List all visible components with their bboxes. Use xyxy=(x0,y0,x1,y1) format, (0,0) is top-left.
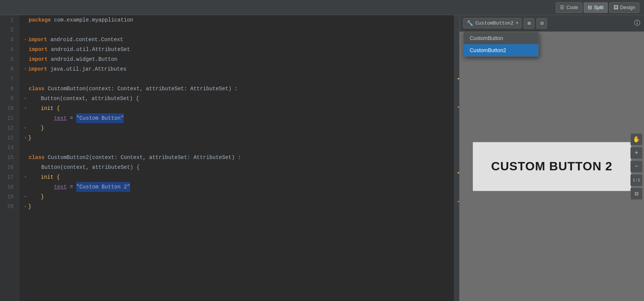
move-component-button[interactable]: ⊟ xyxy=(536,18,547,29)
token-curly: } xyxy=(28,133,31,143)
code-line: ▾} xyxy=(20,133,454,143)
design-icon: 🖼 xyxy=(613,5,618,10)
line-number: 18 xyxy=(0,182,17,192)
token-text-property[interactable]: text xyxy=(54,113,67,123)
code-line xyxy=(20,143,454,153)
token-kw-import: import xyxy=(29,54,51,64)
code-line: ▾ Button(context, attributeSet) { xyxy=(20,94,454,103)
fold-marker-icon[interactable]: ▾ xyxy=(24,192,27,202)
line-number: 17 xyxy=(0,172,17,182)
code-line xyxy=(20,25,454,35)
code-line xyxy=(20,74,454,84)
token-curly: } xyxy=(41,123,44,133)
minus-icon: − xyxy=(635,163,638,170)
token-text-normal xyxy=(28,103,41,113)
code-line: package com.example.myapplication xyxy=(20,15,454,25)
code-line: ▾import android.content.Context xyxy=(20,35,454,45)
line-numbers: 1234567891011121314151617181920 xyxy=(0,15,20,301)
code-line: text = "Custom Button" xyxy=(20,113,454,123)
fold-marker-icon[interactable]: ▾ xyxy=(24,35,27,45)
component-selector[interactable]: 🔧 CustomButton2 ▼ xyxy=(463,18,521,28)
token-curly: { xyxy=(57,103,60,113)
token-text-normal: Button(context, attributeSet) { xyxy=(28,94,139,103)
line-number: 12 xyxy=(0,123,17,133)
code-content[interactable]: package com.example.myapplication▾import… xyxy=(20,15,454,301)
zoom-reset-button[interactable]: 1:1 xyxy=(630,174,642,186)
code-line: import android.util.AttributeSet xyxy=(20,45,454,54)
zoom-in-button[interactable]: + xyxy=(630,147,642,159)
component-header: 🔧 CustomButton2 ▼ ⊞ ⊟ ⓘ xyxy=(460,15,644,32)
right-panel: 🔧 CustomButton2 ▼ ⊞ ⊟ ⓘ CustomButtonCust… xyxy=(459,15,644,301)
design-label: Design xyxy=(620,5,635,10)
warning-button[interactable]: ⓘ xyxy=(634,19,640,27)
token-kw-init: init xyxy=(41,103,57,113)
fold-marker-icon[interactable]: ▾ xyxy=(24,64,27,74)
hand-tool-button[interactable]: ✋ xyxy=(630,133,642,145)
code-panel: 1234567891011121314151617181920 package … xyxy=(0,15,459,301)
fold-marker-icon[interactable]: ▾ xyxy=(24,123,27,133)
code-line: text = "Custom Button 2" xyxy=(20,182,454,192)
code-line: ▾ } xyxy=(20,192,454,202)
split-view-button[interactable]: ⊟ Split xyxy=(584,2,607,13)
line-number: 4 xyxy=(0,45,17,54)
line-number: 20 xyxy=(0,202,17,211)
component-name: CustomButton2 xyxy=(475,20,513,26)
fit-icon: ⊡ xyxy=(635,190,638,198)
token-text-normal: CustomButton2(context: Context, attribut… xyxy=(48,153,241,162)
token-text-normal: = xyxy=(67,182,76,192)
code-line: ▾ init { xyxy=(20,103,454,113)
line-number: 1 xyxy=(0,15,17,25)
token-kw-import: import xyxy=(28,64,51,74)
token-text-normal xyxy=(28,192,41,202)
fold-marker-icon[interactable]: ▾ xyxy=(24,103,27,113)
line-number: 10 xyxy=(0,103,17,113)
token-text-normal: android.util.AttributeSet xyxy=(51,45,130,54)
zoom-out-button[interactable]: − xyxy=(630,161,642,173)
line-number: 8 xyxy=(0,84,17,94)
token-kw-class: class xyxy=(29,153,48,162)
fold-marker-icon[interactable]: ▾ xyxy=(24,94,27,103)
code-line: class CustomButton(context: Context, att… xyxy=(20,84,454,94)
code-line: class CustomButton2(context: Context, at… xyxy=(20,153,454,162)
token-text-normal xyxy=(28,123,41,133)
token-text-normal: android.content.Context xyxy=(50,35,123,45)
token-text-property[interactable]: text xyxy=(54,182,67,192)
fold-marker-icon[interactable]: ▾ xyxy=(24,202,27,211)
dropdown-item[interactable]: CustomButton xyxy=(464,32,538,44)
line-number: 3 xyxy=(0,35,17,45)
code-view-button[interactable]: ☰ Code xyxy=(556,2,582,13)
line-number: 7 xyxy=(0,74,17,84)
token-text-normal: Button(context, attributeSet) { xyxy=(29,162,140,172)
add-component-button[interactable]: ⊞ xyxy=(524,18,534,29)
line-number: 19 xyxy=(0,192,17,202)
token-kw-import: import xyxy=(28,35,51,45)
token-curly: { xyxy=(57,172,60,182)
code-line: ▾} xyxy=(20,202,454,211)
split-label: Split xyxy=(594,5,603,10)
plus-icon: + xyxy=(635,150,638,156)
line-number: 13 xyxy=(0,133,17,143)
token-curly: } xyxy=(28,202,31,211)
token-kw-init: init xyxy=(41,172,57,182)
fit-screen-button[interactable]: ⊡ xyxy=(630,188,642,200)
design-view-button[interactable]: 🖼 Design xyxy=(609,2,639,13)
line-number: 16 xyxy=(0,162,17,172)
line-number: 5 xyxy=(0,54,17,64)
top-toolbar: ☰ Code ⊟ Split 🖼 Design xyxy=(0,0,644,15)
token-string-highlight: "Custom Button" xyxy=(76,113,124,123)
zoom-label: 1:1 xyxy=(633,178,640,182)
side-toolbar: ✋ + − 1:1 ⊡ xyxy=(629,131,644,202)
token-text-normal xyxy=(29,113,54,123)
dropdown-item[interactable]: CustomButton2 xyxy=(464,44,538,56)
line-number: 14 xyxy=(0,143,17,153)
code-line: ▾ } xyxy=(20,123,454,133)
token-string-highlight: "Custom Button 2" xyxy=(76,182,130,192)
token-text-normal: java.util.jar.Attributes xyxy=(50,64,126,74)
token-kw-package: package xyxy=(29,15,54,25)
line-number: 2 xyxy=(0,25,17,35)
code-line: import android.widget.Button xyxy=(20,54,454,64)
fold-marker-icon[interactable]: ▾ xyxy=(24,133,27,143)
fold-marker-icon[interactable]: ▾ xyxy=(24,172,27,182)
code-line: ▾import java.util.jar.Attributes xyxy=(20,64,454,74)
code-line: ▾ init { xyxy=(20,172,454,182)
